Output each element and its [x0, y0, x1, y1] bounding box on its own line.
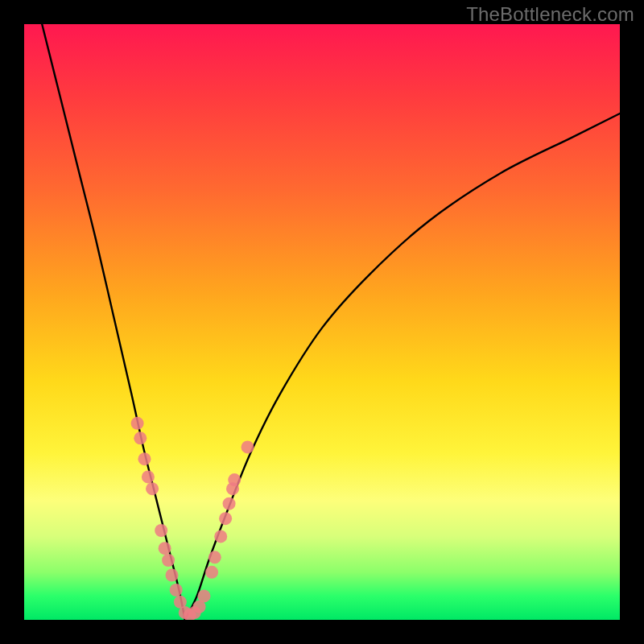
sample-dot: [219, 512, 232, 525]
sample-dot: [146, 482, 159, 495]
right-branch-line: [185, 114, 620, 620]
watermark-text: TheBottleneck.com: [466, 3, 634, 26]
sample-dot: [131, 417, 144, 430]
sample-dot: [242, 440, 254, 453]
curve-layer: [24, 24, 620, 620]
plot-area: [24, 24, 620, 620]
sample-dot: [223, 497, 236, 510]
chart-frame: TheBottleneck.com: [0, 0, 644, 644]
sample-dot: [214, 530, 227, 543]
right-branch-path: [185, 114, 620, 620]
sample-dot: [208, 551, 221, 564]
sample-dot: [197, 589, 210, 602]
sample-dot: [170, 584, 183, 597]
sample-dot: [228, 473, 241, 486]
sample-dot: [142, 470, 155, 483]
sample-dot: [159, 542, 171, 555]
sample-dot: [205, 566, 218, 579]
sample-dot: [162, 554, 175, 567]
sample-dot: [166, 569, 179, 582]
sample-dot: [138, 452, 151, 465]
sample-dot: [134, 431, 147, 444]
sample-dots: [131, 417, 254, 620]
sample-dot: [155, 524, 167, 537]
